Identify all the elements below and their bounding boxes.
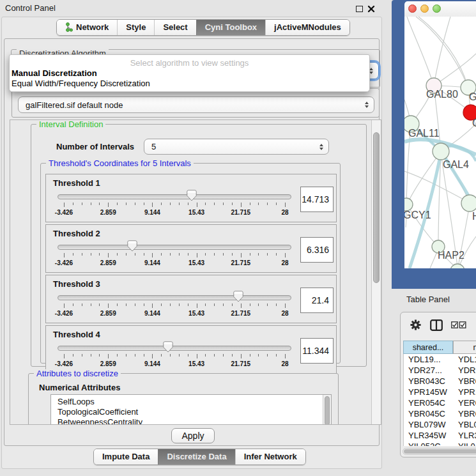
dropdown-placeholder-option[interactable]: Select algorithm to view settings bbox=[10, 58, 369, 68]
threshold-slider-4[interactable]: -3.4262.8599.14415.4321.71528 bbox=[55, 342, 294, 372]
threshold-slider-2[interactable]: -3.4262.8599.14415.4321.71528 bbox=[55, 242, 294, 271]
tab-discretize-data[interactable]: Discretize Data bbox=[158, 449, 234, 464]
control-panel-tabs: NetworkStyleSelectCyni ToolboxjActiveMNo… bbox=[56, 19, 350, 36]
slider-tick bbox=[152, 354, 153, 358]
threshold-value-field[interactable]: 6.316 bbox=[300, 237, 334, 263]
tab-impute-data[interactable]: Impute Data bbox=[94, 449, 158, 464]
slider-tick bbox=[276, 253, 277, 256]
tab-network[interactable]: Network bbox=[57, 20, 117, 35]
slider-tick bbox=[91, 303, 91, 306]
network-node-label: GCY1 bbox=[404, 210, 431, 220]
table-data-select[interactable]: galFiltered.sif default node bbox=[18, 96, 374, 113]
slider-tick-label: 15.43 bbox=[188, 310, 204, 317]
close-icon[interactable] bbox=[367, 5, 375, 13]
slider-tick bbox=[241, 354, 242, 358]
table-column-header[interactable]: n bbox=[453, 341, 476, 354]
slider-tick bbox=[267, 303, 268, 306]
slider-tick bbox=[152, 253, 153, 257]
tab-style[interactable]: Style bbox=[117, 20, 154, 35]
slider-thumb[interactable] bbox=[163, 341, 173, 353]
network-node[interactable] bbox=[433, 143, 449, 160]
table-horizontal-scrollbar[interactable] bbox=[403, 448, 476, 455]
table-row[interactable]: YBL079WYBL0 bbox=[404, 419, 476, 430]
settings-gear-icon[interactable] bbox=[410, 319, 422, 331]
table-row[interactable]: YBR043CYBR0 bbox=[404, 376, 476, 387]
tab-cyni-toolbox[interactable]: Cyni Toolbox bbox=[196, 20, 265, 35]
attribute-list-item[interactable]: TopologicalCoefficient bbox=[51, 407, 331, 417]
network-window-titlebar[interactable] bbox=[404, 1, 476, 17]
table-row[interactable]: YPR145WYPR1 bbox=[404, 387, 476, 397]
threshold-panel-3: Threshold 3-3.4262.8599.14415.4321.71528… bbox=[45, 275, 337, 323]
table-cell: YBL0 bbox=[454, 419, 476, 430]
slider-tick bbox=[232, 303, 233, 306]
slider-tick bbox=[214, 303, 215, 306]
slider-tick bbox=[170, 203, 171, 205]
slider-thumb[interactable] bbox=[233, 291, 243, 302]
slider-tick-label: 9.144 bbox=[144, 360, 160, 367]
thresholds-group-title: Threshold's Coordinates for 5 Intervals bbox=[46, 159, 194, 167]
float-window-icon[interactable] bbox=[356, 6, 363, 12]
scrollbar-thumb[interactable] bbox=[373, 132, 380, 283]
slider-tick bbox=[267, 253, 268, 256]
attributes-group: Attributes to discretize Numerical Attri… bbox=[28, 373, 339, 425]
number-of-intervals-select[interactable]: 5 bbox=[144, 139, 329, 155]
slider-tick-label: 28 bbox=[281, 360, 288, 367]
slider-thumb[interactable] bbox=[127, 240, 137, 252]
table-row[interactable]: YLR345WYLR3 bbox=[404, 430, 476, 441]
slider-tick bbox=[73, 303, 73, 306]
tab-infer-network[interactable]: Infer Network bbox=[235, 449, 305, 464]
threshold-value-field[interactable]: 11.344 bbox=[300, 338, 334, 364]
numerical-attributes-list[interactable]: SelfLoopsTopologicalCoefficientBetweenne… bbox=[50, 394, 332, 425]
node-table: shared...n YDL19...YDL1YDR27...YDR2YBR04… bbox=[403, 341, 476, 446]
table-cell: YIL0 bbox=[454, 441, 476, 446]
zoom-traffic-light-icon[interactable] bbox=[433, 4, 441, 13]
table-column-header[interactable]: shared... bbox=[403, 341, 453, 354]
attribute-list-item[interactable]: SelfLoops bbox=[51, 397, 331, 407]
slider-tick bbox=[179, 203, 180, 205]
dropdown-option-manual-discretization[interactable]: Manual Discretization bbox=[12, 68, 97, 78]
attribute-list-item[interactable]: BetweennessCentrality bbox=[51, 417, 331, 425]
network-node[interactable] bbox=[404, 198, 413, 211]
slider-tick bbox=[250, 354, 250, 357]
settings-scrollbar[interactable] bbox=[371, 120, 381, 424]
slider-tick bbox=[161, 203, 162, 205]
list-scrollbar[interactable] bbox=[323, 395, 331, 425]
table-panel: shared...n YDL19...YDL1YDR27...YDR2YBR04… bbox=[400, 312, 476, 457]
network-node-label: GA bbox=[469, 91, 476, 102]
network-node[interactable] bbox=[461, 195, 476, 211]
slider-tick bbox=[170, 303, 171, 306]
dropdown-option-equal-width[interactable]: Equal Width/Frequency Discretization bbox=[12, 79, 150, 88]
table-row[interactable]: YIL052CYIL0 bbox=[404, 441, 476, 446]
table-cell: YDR27... bbox=[404, 365, 454, 376]
tab-select[interactable]: Select bbox=[154, 20, 196, 35]
close-traffic-light-icon[interactable] bbox=[408, 4, 417, 13]
table-cell: YPR1 bbox=[454, 387, 476, 397]
table-row[interactable]: YDL19...YDL1 bbox=[404, 354, 476, 365]
slider-tick bbox=[285, 253, 286, 257]
table-row[interactable]: YDR27...YDR2 bbox=[404, 365, 476, 376]
network-view-window[interactable]: GAL80GACGAL11GAL4GCY1HHAP2 bbox=[392, 0, 476, 289]
table-row[interactable]: YER054CYER0 bbox=[404, 397, 476, 408]
slider-tick bbox=[258, 203, 259, 205]
minimize-traffic-light-icon[interactable] bbox=[420, 4, 429, 13]
threshold-slider-1[interactable]: -3.4262.8599.14415.4321.71528 bbox=[55, 191, 294, 220]
slider-thumb[interactable] bbox=[187, 190, 197, 201]
table-row[interactable]: YBR045CYBR0 bbox=[404, 408, 476, 419]
number-of-intervals-value: 5 bbox=[151, 142, 156, 151]
tab-jactivemnodules[interactable]: jActiveMNodules bbox=[265, 20, 349, 35]
slider-tick bbox=[126, 253, 127, 256]
interval-definition-group: Interval Definition Number of Intervals … bbox=[31, 124, 367, 367]
threshold-value-field[interactable]: 21.4 bbox=[300, 288, 334, 313]
apply-button[interactable]: Apply bbox=[171, 428, 215, 443]
slider-tick bbox=[99, 354, 100, 357]
slider-tick-label: 21.715 bbox=[231, 360, 251, 367]
network-canvas[interactable]: GAL80GACGAL11GAL4GCY1HHAP2 bbox=[404, 17, 476, 268]
threshold-label: Threshold 3 bbox=[53, 279, 100, 289]
select-columns-checkboxes-icon[interactable] bbox=[451, 321, 466, 328]
columns-icon[interactable] bbox=[430, 319, 443, 331]
slider-tick bbox=[91, 354, 91, 357]
table-cell: YPR145W bbox=[404, 387, 454, 397]
threshold-slider-3[interactable]: -3.4262.8599.14415.4321.71528 bbox=[55, 292, 294, 321]
threshold-value-field[interactable]: 14.713 bbox=[300, 187, 334, 212]
slider-tick-label: 28 bbox=[281, 310, 288, 317]
